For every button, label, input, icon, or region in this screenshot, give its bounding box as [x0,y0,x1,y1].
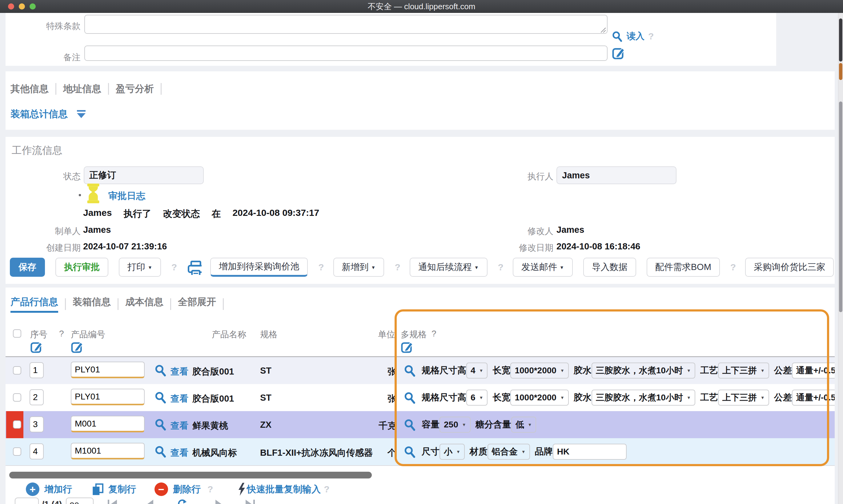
copy-row-label[interactable]: 复制行 [108,483,136,496]
first-page-icon[interactable] [107,499,118,504]
tab-expand-all[interactable]: 全部展开 [178,295,216,313]
notes-edit-icon[interactable] [612,46,625,60]
page-number-input[interactable] [15,498,39,504]
print-button[interactable]: 打印▼ [119,258,161,277]
parts-demand-bom-button[interactable]: 配件需求BOM [647,258,720,277]
seq-input[interactable] [30,444,44,460]
view-link[interactable]: 查看 [171,420,188,432]
add-to-purchase-inquiry-pool-help-icon[interactable]: ? [318,262,324,272]
add-new-to-help-icon[interactable]: ? [395,262,400,272]
tab-cost-info[interactable]: 成本信息 [125,295,164,313]
spec-select[interactable]: 4▼ [466,363,487,379]
notify-follow-up-flow-help-icon[interactable]: ? [498,262,503,272]
notes-input[interactable] [84,46,607,61]
add-row-label[interactable]: 增加行 [44,483,72,496]
code-edit-icon[interactable] [71,340,84,353]
spec-select[interactable]: 1000*2000▼ [510,390,568,406]
notify-follow-up-flow-button[interactable]: 通知后续流程▼ [410,258,487,277]
spec-select[interactable]: 三胺胶水，水煮10小时▼ [591,390,695,406]
special-terms-textarea[interactable] [84,15,607,34]
view-link[interactable]: 查看 [171,447,188,459]
refresh-icon[interactable] [177,499,188,504]
next-page-icon[interactable] [213,499,225,504]
spec-select[interactable]: 250▼ [440,417,470,433]
row-checkbox[interactable] [13,420,21,429]
parts-demand-bom-help-icon[interactable]: ? [730,262,736,272]
view-link[interactable]: 查看 [171,393,188,405]
spec-select[interactable]: 低▼ [511,417,536,433]
send-email-button[interactable]: 发送邮件▼ [513,258,573,277]
seq-edit-icon[interactable] [30,340,43,353]
packing-summary-toggle[interactable]: 装箱总计信息 [11,108,87,121]
minimize-window-button[interactable] [19,3,25,10]
print-help-icon[interactable]: ? [171,262,177,272]
close-window-button[interactable] [8,3,14,10]
tab-other-info[interactable]: 其他信息 [11,83,49,95]
select-all-checkbox[interactable] [13,329,21,338]
read-in-search-icon[interactable] [611,31,623,42]
previous-page-icon[interactable] [145,499,156,504]
quick-batch-help-icon[interactable]: ? [324,484,329,494]
multispec-search-icon[interactable] [403,445,416,458]
multispec-edit-icon[interactable] [401,340,414,353]
add-row-button[interactable]: + [26,483,39,496]
add-to-purchase-inquiry-pool-button[interactable]: 增加到待采购询价池 [210,258,308,277]
row-checkbox[interactable] [13,366,21,375]
spec-select[interactable]: 三胺胶水，水煮10小时▼ [591,363,695,379]
spec-input[interactable]: 通量+/-0.5m [792,363,835,379]
page-size-input[interactable] [66,498,93,504]
approval-log-link[interactable]: 审批日志 [108,190,145,202]
multispec-search-icon[interactable] [403,418,416,431]
seq-help-icon[interactable]: ? [59,329,64,339]
tab-profit-loss[interactable]: 盈亏分析 [116,83,154,95]
product-code-input[interactable] [71,416,145,432]
read-in-help-icon[interactable]: ? [648,31,654,41]
product-code-input[interactable] [71,443,145,460]
textarea-resize-handle[interactable] [600,26,606,33]
spec-select[interactable]: 铝合金▼ [487,444,530,460]
delete-row-button[interactable]: − [155,483,168,496]
seq-input[interactable] [30,389,44,405]
spec-select[interactable]: 上下三拼▼ [718,363,769,379]
search-icon[interactable] [154,391,167,404]
row-checkbox[interactable] [13,447,21,456]
last-page-icon[interactable] [245,499,256,504]
purchase-inquiry-compare-three-button[interactable]: 采购询价货比三家 [745,258,834,277]
search-icon[interactable] [154,445,167,458]
search-icon[interactable] [154,418,167,431]
zoom-window-button[interactable] [30,3,36,10]
row-checkbox[interactable] [13,393,21,401]
multispec-search-icon[interactable] [403,391,416,404]
printer-icon[interactable] [186,259,202,275]
copy-row-icon[interactable] [91,483,104,496]
spec-input[interactable]: HK [553,444,626,460]
import-data-button[interactable]: 导入数据 [583,258,636,277]
vertical-scrollbar-thumb[interactable] [839,102,842,312]
search-icon[interactable] [154,364,167,377]
delete-row-label[interactable]: 删除行 [173,483,201,496]
product-code-input[interactable] [71,362,145,378]
spec-select[interactable]: 1000*2000▼ [510,363,568,379]
product-unit: 个 [360,447,396,459]
seq-input[interactable] [30,416,44,432]
add-new-to-button[interactable]: 新增到▼ [333,258,384,277]
view-link[interactable]: 查看 [171,366,188,378]
delete-row-help-icon[interactable]: ? [207,484,213,494]
read-in-link[interactable]: 读入 [626,30,644,42]
tab-product-lines[interactable]: 产品行信息 [11,295,58,313]
tab-address-info[interactable]: 地址信息 [63,83,101,95]
multispec-search-icon[interactable] [403,364,416,377]
spec-select[interactable]: 上下三拼▼ [718,390,769,406]
spec-select[interactable]: 小▼ [440,444,465,460]
horizontal-scrollbar-thumb[interactable] [9,472,372,479]
quick-batch-input-label[interactable]: 快速批量复制输入 [247,483,321,496]
product-code-input[interactable] [71,389,145,405]
spec-select[interactable]: 6▼ [466,390,487,406]
spec-input[interactable]: 通量+/-0.5m [792,390,835,406]
tab-packing-info[interactable]: 装箱信息 [73,295,111,313]
multispec-help-icon[interactable]: ? [431,329,436,339]
seq-input[interactable] [30,362,44,378]
save-button[interactable]: 保存 [10,258,45,277]
execute-approval-button[interactable]: 执行审批 [55,258,108,277]
chevron-down-icon: ▼ [456,449,461,454]
